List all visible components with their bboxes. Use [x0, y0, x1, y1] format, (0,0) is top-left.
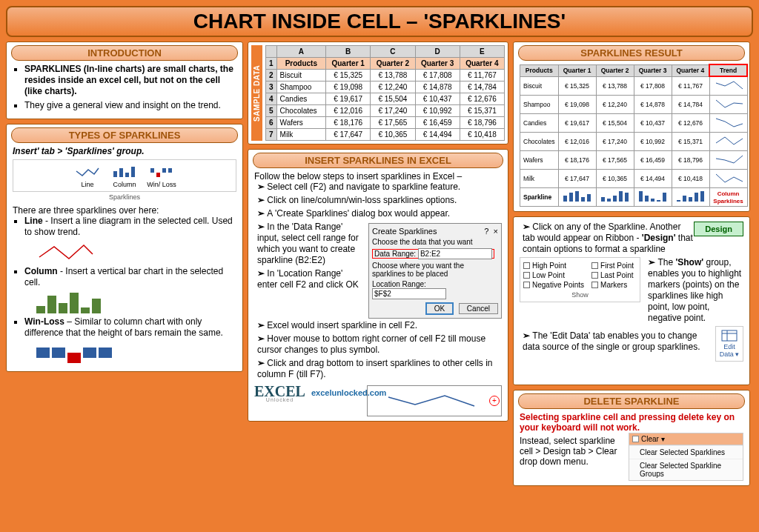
page-title: CHART INSIDE CELL – 'SPARKLINES' — [6, 6, 753, 37]
design-tab-button[interactable]: Design — [694, 222, 743, 236]
intro-panel: INTRODUCTION SPARKLINES (In-line charts)… — [6, 41, 243, 119]
logo: EXCEL Unlocked excelunlocked.com — [254, 383, 367, 402]
edit-data-note: The 'Edit Data' tab enables you to chang… — [523, 330, 711, 353]
svg-rect-15 — [613, 196, 617, 202]
step: Click on line/column/win-loss sparklines… — [257, 195, 502, 206]
cancel-button[interactable]: Cancel — [459, 303, 498, 314]
edit-data-button[interactable]: Edit Data ▾ — [715, 326, 743, 362]
svg-rect-6 — [162, 168, 166, 173]
svg-rect-27 — [700, 191, 704, 202]
sample-data-table: AB CD E 1 Products Quarter 1 Quarter 2 Q… — [265, 45, 505, 141]
line-sparkline-icon — [75, 163, 100, 181]
svg-rect-26 — [695, 193, 698, 202]
ribbon-line-button[interactable]: Line — [71, 163, 104, 188]
svg-rect-21 — [657, 200, 660, 202]
svg-rect-22 — [663, 193, 666, 202]
clear-selected-groups[interactable]: Clear Selected Sparkline Groups — [629, 459, 743, 480]
sparkline-cell-drag: + — [367, 385, 502, 416]
svg-rect-10 — [575, 191, 579, 202]
svg-rect-9 — [569, 193, 573, 202]
sample-data-label: SAMPLE DATA — [251, 45, 262, 141]
svg-rect-19 — [645, 196, 649, 202]
clear-selected-sparklines[interactable]: Clear Selected Sparklines — [629, 445, 743, 459]
intro-header: INTRODUCTION — [11, 45, 238, 61]
checkbox-highpoint[interactable] — [523, 262, 530, 269]
insert-panel: INSERT SPARKLINES IN EXCEL Follow the be… — [248, 149, 508, 422]
winloss-demo-icon — [36, 342, 236, 364]
insert-header: INSERT SPARKLINES IN EXCEL — [253, 153, 503, 168]
ribbon-group-label: Sparklines — [13, 193, 236, 201]
svg-rect-16 — [619, 191, 623, 202]
step: Excel would insert sparkline in cell F2. — [257, 320, 502, 331]
location-range-input[interactable] — [372, 288, 446, 299]
column-sparklines-label: Column Sparklines — [713, 190, 743, 205]
clear-dropdown[interactable]: Clear ▾ Clear Selected Sparklines Clear … — [629, 433, 743, 481]
result-panel: SPARKLINES RESULT Products Quarter 1 Qua… — [513, 41, 750, 212]
column-demo-icon — [36, 291, 236, 313]
checkbox-markers[interactable] — [591, 282, 598, 288]
svg-rect-24 — [683, 196, 686, 202]
eraser-icon — [632, 436, 639, 442]
step: Click and drag bottom to insert sparklin… — [257, 358, 502, 380]
svg-rect-12 — [587, 194, 591, 202]
svg-rect-18 — [639, 191, 643, 202]
step: A 'Create Sparklines' dialog box would a… — [257, 208, 502, 219]
ribbon-path: Insert' tab > 'Sparklines' group. — [13, 146, 236, 156]
svg-rect-1 — [119, 168, 123, 177]
plus-drag-icon: + — [489, 396, 500, 406]
svg-rect-0 — [113, 171, 117, 177]
svg-rect-5 — [156, 173, 160, 177]
svg-rect-4 — [150, 168, 154, 173]
data-range-input[interactable] — [418, 248, 492, 259]
svg-rect-3 — [131, 167, 135, 177]
winloss-sparkline-icon — [149, 163, 174, 181]
insert-intro: Follow the below steps to insert sparkli… — [254, 171, 502, 182]
type-winloss: Win-Loss – Similar to column chart with … — [24, 316, 236, 364]
svg-rect-25 — [689, 197, 692, 202]
svg-rect-8 — [563, 196, 567, 202]
ribbon-winloss-button[interactable]: Win/ Loss — [145, 163, 178, 188]
create-sparklines-dialog: Create Sparklines? × Choose the data tha… — [368, 223, 502, 319]
design-panel: Design Click on any of the Sparkline. An… — [513, 216, 750, 385]
sample-data-panel: SAMPLE DATA AB CD E 1 Products Quarter 1… — [248, 41, 508, 144]
column-sparkline-icon — [112, 163, 137, 181]
show-note: The 'Show' group, enables you to highlig… — [648, 257, 743, 324]
ribbon-sparklines-group: Line Column Win/ Loss — [13, 159, 236, 192]
delete-header: DELETE SPARKLINE — [518, 393, 745, 409]
type-line: Line - Insert a line diagram in the sele… — [24, 216, 236, 263]
edit-data-icon — [721, 330, 738, 342]
svg-rect-28 — [722, 330, 737, 341]
svg-rect-13 — [601, 197, 605, 202]
ribbon-column-button[interactable]: Column — [108, 163, 141, 188]
type-column: Column - Insert a vertical bar chart in … — [24, 266, 236, 313]
svg-rect-11 — [581, 197, 585, 202]
checkbox-firstpoint[interactable] — [591, 262, 598, 269]
types-intro: There are three sparklines over here: — [13, 205, 236, 216]
svg-rect-2 — [125, 173, 129, 177]
intro-bullet: They give a general view and insight on … — [24, 100, 236, 111]
checkbox-lowpoint[interactable] — [523, 272, 530, 279]
svg-rect-17 — [625, 193, 629, 202]
step: Select cell (F2) and navigate to sparkli… — [257, 182, 502, 193]
step: Hover mouse to bottom right corner of ce… — [257, 333, 502, 356]
checkbox-lastpoint[interactable] — [591, 272, 598, 279]
line-demo-icon — [36, 241, 96, 263]
result-header: SPARKLINES RESULT — [518, 45, 745, 61]
result-table: Products Quarter 1 Quarter 2 Quarter 3 Q… — [520, 64, 748, 207]
svg-rect-7 — [168, 168, 172, 173]
types-header: TYPES OF SPARKLINES — [11, 127, 238, 143]
delete-panel: DELETE SPARKLINE Selecting sparkline cel… — [513, 390, 750, 486]
site-link[interactable]: excelunlocked.com — [311, 388, 387, 397]
show-group: High Point First Point Low Point Last Po… — [520, 257, 640, 302]
ok-button[interactable]: OK — [425, 302, 454, 315]
intro-bullet: SPARKLINES (In-line charts) are small ch… — [24, 64, 236, 97]
types-panel: TYPES OF SPARKLINES Insert' tab > 'Spark… — [6, 124, 243, 372]
svg-rect-23 — [677, 200, 680, 202]
svg-rect-20 — [651, 199, 654, 202]
checkbox-negative[interactable] — [523, 282, 530, 288]
delete-warning: Selecting sparkline cell and pressing de… — [520, 412, 743, 433]
svg-rect-14 — [607, 199, 611, 202]
